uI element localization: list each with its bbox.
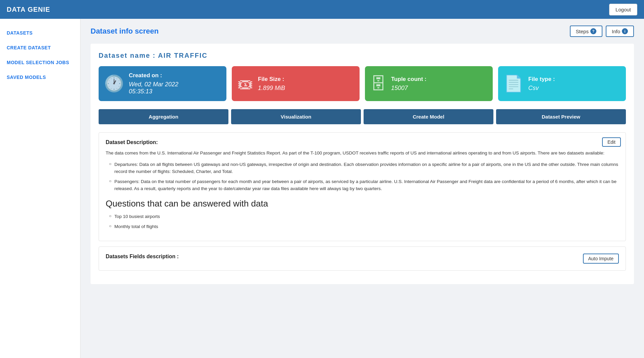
dataset-name-value: AIR TRAFFIC bbox=[158, 52, 208, 59]
stat-info-created-on: Created on : Wed, 02 Mar 202205:35:13 bbox=[129, 72, 178, 95]
main-layout: DATASETS CREATE DATASET MODEL SELECTION … bbox=[0, 19, 644, 358]
stat-card-file-size: 🎟 File Size : 1.899 MiB bbox=[232, 66, 360, 101]
stat-info-tuple-count: Tuple count : 15007 bbox=[391, 76, 426, 92]
stats-row: 🕐 Created on : Wed, 02 Mar 202205:35:13 … bbox=[99, 66, 626, 101]
fields-section-title: Datasets Fields description : bbox=[106, 254, 179, 260]
header-button-group: Steps ? Info i bbox=[570, 26, 634, 37]
create-model-button[interactable]: Create Model bbox=[364, 109, 493, 124]
app-title: DATA GENIE bbox=[7, 6, 50, 13]
aggregation-button[interactable]: Aggregation bbox=[99, 109, 228, 124]
dataset-preview-button[interactable]: Dataset Preview bbox=[496, 109, 626, 124]
steps-label: Steps bbox=[576, 29, 589, 34]
stat-value-file-type: Csv bbox=[528, 85, 539, 92]
sidebar-item-datasets[interactable]: DATASETS bbox=[0, 26, 80, 40]
stat-card-tuple-count: 🗄 Tuple count : 15007 bbox=[365, 66, 493, 101]
list-item: Top 10 busiest airports bbox=[109, 213, 619, 220]
description-section-title: Dataset Description: bbox=[106, 139, 619, 145]
questions-title: Questions that can be answered with data bbox=[106, 198, 619, 209]
ticket-icon: 🎟 bbox=[237, 75, 253, 93]
steps-button[interactable]: Steps ? bbox=[570, 26, 602, 37]
action-buttons-row: Aggregation Visualization Create Model D… bbox=[99, 109, 626, 124]
fields-section: Datasets Fields description : Auto Imput… bbox=[99, 247, 626, 271]
sidebar-item-create-dataset[interactable]: CREATE DATASET bbox=[0, 40, 80, 55]
stat-label-file-type: File type : bbox=[528, 76, 555, 83]
dataset-name-row: Dataset name : AIR TRAFFIC bbox=[99, 52, 626, 59]
content-card: Dataset name : AIR TRAFFIC 🕐 Created on … bbox=[91, 44, 634, 284]
clock-icon: 🕐 bbox=[104, 74, 124, 93]
description-section: Dataset Description: Edit The data comes… bbox=[99, 132, 626, 241]
stat-value-file-size: 1.899 MiB bbox=[258, 85, 285, 92]
description-bullets: Departures: Data on all flights between … bbox=[106, 161, 619, 192]
stat-value-created-on: Wed, 02 Mar 202205:35:13 bbox=[129, 81, 178, 95]
list-item: Departures: Data on all flights between … bbox=[109, 161, 619, 175]
visualization-button[interactable]: Visualization bbox=[231, 109, 361, 124]
sidebar-item-saved-models[interactable]: SAVED MODELS bbox=[0, 70, 80, 85]
page-title: Dataset info screen bbox=[91, 27, 159, 36]
main-content: Dataset info screen Steps ? Info i Datas… bbox=[80, 19, 644, 358]
list-item: Monthly total of flights bbox=[109, 223, 619, 230]
database-icon: 🗄 bbox=[370, 75, 386, 93]
list-item: Passengers: Data on the total number of … bbox=[109, 178, 619, 192]
stat-card-file-type: 📄 File type : Csv bbox=[498, 66, 626, 101]
info-label: Info bbox=[612, 29, 620, 34]
file-icon: 📄 bbox=[503, 74, 524, 93]
dataset-name-prefix: Dataset name : bbox=[99, 52, 158, 59]
info-button[interactable]: Info i bbox=[606, 26, 634, 37]
stat-label-tuple-count: Tuple count : bbox=[391, 76, 426, 83]
stat-info-file-size: File Size : 1.899 MiB bbox=[258, 76, 285, 92]
stat-value-tuple-count: 15007 bbox=[391, 85, 408, 92]
stat-label-file-size: File Size : bbox=[258, 76, 284, 83]
questions-list: Top 10 busiest airports Monthly total of… bbox=[106, 213, 619, 230]
info-icon: i bbox=[622, 28, 628, 34]
sidebar: DATASETS CREATE DATASET MODEL SELECTION … bbox=[0, 19, 80, 358]
steps-icon: ? bbox=[590, 28, 596, 34]
stat-label-created-on: Created on : bbox=[129, 72, 162, 79]
sidebar-item-model-selection-jobs[interactable]: MODEL SELECTION JOBS bbox=[0, 55, 80, 70]
stat-info-file-type: File type : Csv bbox=[528, 76, 555, 92]
logout-button[interactable]: Logout bbox=[609, 4, 637, 15]
auto-impute-button[interactable]: Auto Impute bbox=[583, 254, 619, 264]
page-header: Dataset info screen Steps ? Info i bbox=[91, 26, 634, 37]
description-intro: The data comes from the U.S. Internation… bbox=[106, 149, 619, 157]
edit-button[interactable]: Edit bbox=[602, 137, 621, 147]
fields-header: Datasets Fields description : Auto Imput… bbox=[106, 254, 619, 264]
stat-card-created-on: 🕐 Created on : Wed, 02 Mar 202205:35:13 bbox=[99, 66, 226, 101]
top-navigation: DATA GENIE Logout bbox=[0, 0, 644, 19]
